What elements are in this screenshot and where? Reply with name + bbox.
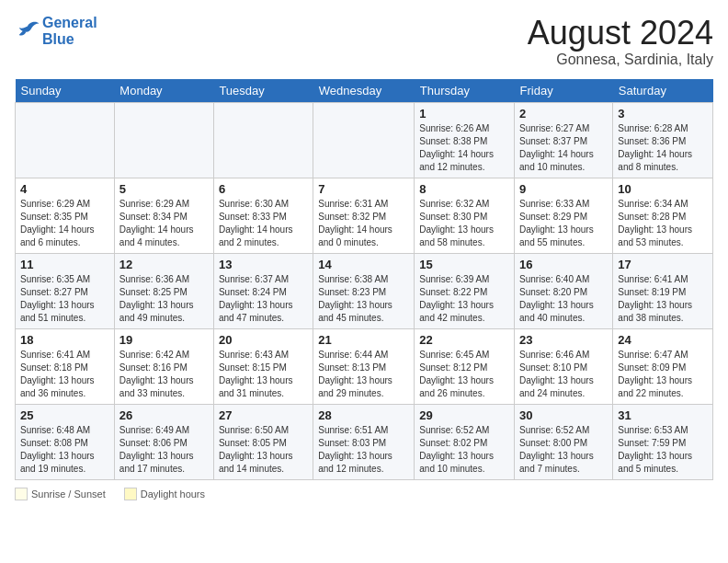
col-header-saturday: Saturday	[613, 79, 713, 103]
legend-sunrise: Sunrise / Sunset	[15, 488, 106, 500]
subtitle: Gonnesa, Sardinia, Italy	[528, 52, 713, 68]
legend: Sunrise / Sunset Daylight hours	[15, 488, 713, 500]
day-info: Sunrise: 6:26 AM Sunset: 8:38 PM Dayligh…	[419, 122, 509, 174]
calendar-cell: 6Sunrise: 6:30 AM Sunset: 8:33 PM Daylig…	[213, 178, 313, 253]
day-number: 4	[20, 182, 109, 196]
calendar-week-row: 11Sunrise: 6:35 AM Sunset: 8:27 PM Dayli…	[16, 253, 713, 328]
legend-daylight: Daylight hours	[124, 488, 205, 500]
day-number: 16	[519, 258, 608, 271]
day-number: 17	[618, 258, 708, 271]
calendar-table: SundayMondayTuesdayWednesdayThursdayFrid…	[15, 79, 713, 480]
col-header-thursday: Thursday	[415, 79, 515, 103]
col-header-monday: Monday	[114, 79, 213, 103]
calendar-cell: 1Sunrise: 6:26 AM Sunset: 8:38 PM Daylig…	[415, 102, 515, 178]
day-info: Sunrise: 6:51 AM Sunset: 8:03 PM Dayligh…	[318, 424, 409, 476]
calendar-cell: 5Sunrise: 6:29 AM Sunset: 8:34 PM Daylig…	[114, 178, 213, 253]
day-info: Sunrise: 6:38 AM Sunset: 8:23 PM Dayligh…	[318, 273, 409, 325]
day-number: 12	[119, 258, 209, 271]
calendar-cell: 13Sunrise: 6:37 AM Sunset: 8:24 PM Dayli…	[213, 253, 313, 328]
day-number: 21	[318, 333, 409, 347]
col-header-tuesday: Tuesday	[213, 79, 313, 103]
legend-sunrise-label: Sunrise / Sunset	[31, 488, 106, 500]
day-info: Sunrise: 6:40 AM Sunset: 8:20 PM Dayligh…	[519, 273, 608, 325]
calendar-cell: 26Sunrise: 6:49 AM Sunset: 8:06 PM Dayli…	[114, 404, 213, 479]
day-number: 23	[519, 333, 608, 347]
day-info: Sunrise: 6:45 AM Sunset: 8:12 PM Dayligh…	[419, 349, 509, 400]
day-info: Sunrise: 6:39 AM Sunset: 8:22 PM Dayligh…	[419, 273, 509, 325]
day-info: Sunrise: 6:32 AM Sunset: 8:30 PM Dayligh…	[419, 198, 509, 249]
day-info: Sunrise: 6:29 AM Sunset: 8:35 PM Dayligh…	[20, 198, 109, 249]
day-info: Sunrise: 6:28 AM Sunset: 8:36 PM Dayligh…	[618, 122, 708, 174]
calendar-cell: 12Sunrise: 6:36 AM Sunset: 8:25 PM Dayli…	[114, 253, 213, 328]
calendar-cell	[213, 102, 313, 178]
calendar-cell: 7Sunrise: 6:31 AM Sunset: 8:32 PM Daylig…	[313, 178, 415, 253]
calendar-week-row: 25Sunrise: 6:48 AM Sunset: 8:08 PM Dayli…	[16, 404, 713, 479]
day-info: Sunrise: 6:33 AM Sunset: 8:29 PM Dayligh…	[519, 198, 608, 249]
day-info: Sunrise: 6:47 AM Sunset: 8:09 PM Dayligh…	[618, 349, 708, 400]
day-info: Sunrise: 6:42 AM Sunset: 8:16 PM Dayligh…	[119, 349, 209, 400]
calendar-cell: 3Sunrise: 6:28 AM Sunset: 8:36 PM Daylig…	[613, 102, 713, 178]
logo-bird-icon	[15, 20, 40, 42]
day-number: 10	[618, 182, 708, 196]
day-number: 27	[219, 408, 308, 422]
day-number: 2	[519, 107, 608, 121]
calendar-cell: 2Sunrise: 6:27 AM Sunset: 8:37 PM Daylig…	[515, 102, 613, 178]
calendar-cell: 20Sunrise: 6:43 AM Sunset: 8:15 PM Dayli…	[213, 328, 313, 404]
day-info: Sunrise: 6:41 AM Sunset: 8:18 PM Dayligh…	[20, 349, 109, 400]
calendar-cell: 23Sunrise: 6:46 AM Sunset: 8:10 PM Dayli…	[515, 328, 613, 404]
day-info: Sunrise: 6:34 AM Sunset: 8:28 PM Dayligh…	[618, 198, 708, 249]
calendar-cell: 8Sunrise: 6:32 AM Sunset: 8:30 PM Daylig…	[415, 178, 515, 253]
calendar-week-row: 18Sunrise: 6:41 AM Sunset: 8:18 PM Dayli…	[16, 328, 713, 404]
calendar-cell: 9Sunrise: 6:33 AM Sunset: 8:29 PM Daylig…	[515, 178, 613, 253]
col-header-sunday: Sunday	[16, 79, 115, 103]
calendar-cell: 29Sunrise: 6:52 AM Sunset: 8:02 PM Dayli…	[415, 404, 515, 479]
calendar-week-row: 1Sunrise: 6:26 AM Sunset: 8:38 PM Daylig…	[16, 102, 713, 178]
day-number: 8	[419, 182, 509, 196]
day-info: Sunrise: 6:48 AM Sunset: 8:08 PM Dayligh…	[20, 424, 109, 476]
day-info: Sunrise: 6:52 AM Sunset: 8:00 PM Dayligh…	[519, 424, 608, 476]
calendar-cell: 11Sunrise: 6:35 AM Sunset: 8:27 PM Dayli…	[16, 253, 115, 328]
day-info: Sunrise: 6:30 AM Sunset: 8:33 PM Dayligh…	[219, 198, 308, 249]
logo-text: General Blue	[42, 15, 97, 47]
calendar-cell: 16Sunrise: 6:40 AM Sunset: 8:20 PM Dayli…	[515, 253, 613, 328]
day-number: 31	[618, 408, 708, 422]
day-number: 3	[618, 107, 708, 121]
calendar-cell	[16, 102, 115, 178]
day-info: Sunrise: 6:49 AM Sunset: 8:06 PM Dayligh…	[119, 424, 209, 476]
calendar-cell: 25Sunrise: 6:48 AM Sunset: 8:08 PM Dayli…	[16, 404, 115, 479]
calendar-cell: 18Sunrise: 6:41 AM Sunset: 8:18 PM Dayli…	[16, 328, 115, 404]
calendar-cell: 31Sunrise: 6:53 AM Sunset: 7:59 PM Dayli…	[613, 404, 713, 479]
day-info: Sunrise: 6:41 AM Sunset: 8:19 PM Dayligh…	[618, 273, 708, 325]
day-number: 1	[419, 107, 509, 121]
day-info: Sunrise: 6:53 AM Sunset: 7:59 PM Dayligh…	[618, 424, 708, 476]
calendar-header-row: SundayMondayTuesdayWednesdayThursdayFrid…	[16, 79, 713, 103]
page-header: General Blue August 2024 Gonnesa, Sardin…	[15, 15, 713, 68]
day-info: Sunrise: 6:31 AM Sunset: 8:32 PM Dayligh…	[318, 198, 409, 249]
calendar-cell: 15Sunrise: 6:39 AM Sunset: 8:22 PM Dayli…	[415, 253, 515, 328]
day-number: 5	[119, 182, 209, 196]
calendar-cell: 27Sunrise: 6:50 AM Sunset: 8:05 PM Dayli…	[213, 404, 313, 479]
calendar-week-row: 4Sunrise: 6:29 AM Sunset: 8:35 PM Daylig…	[16, 178, 713, 253]
calendar-cell: 21Sunrise: 6:44 AM Sunset: 8:13 PM Dayli…	[313, 328, 415, 404]
day-info: Sunrise: 6:27 AM Sunset: 8:37 PM Dayligh…	[519, 122, 608, 174]
col-header-wednesday: Wednesday	[313, 79, 415, 103]
day-info: Sunrise: 6:50 AM Sunset: 8:05 PM Dayligh…	[219, 424, 308, 476]
calendar-cell: 30Sunrise: 6:52 AM Sunset: 8:00 PM Dayli…	[515, 404, 613, 479]
day-number: 9	[519, 182, 608, 196]
calendar-cell	[114, 102, 213, 178]
day-number: 7	[318, 182, 409, 196]
day-info: Sunrise: 6:37 AM Sunset: 8:24 PM Dayligh…	[219, 273, 308, 325]
day-number: 30	[519, 408, 608, 422]
legend-sun-box	[15, 488, 28, 500]
day-number: 20	[219, 333, 308, 347]
legend-daylight-label: Daylight hours	[141, 488, 205, 500]
day-info: Sunrise: 6:36 AM Sunset: 8:25 PM Dayligh…	[119, 273, 209, 325]
day-info: Sunrise: 6:52 AM Sunset: 8:02 PM Dayligh…	[419, 424, 509, 476]
day-number: 19	[119, 333, 209, 347]
title-block: August 2024 Gonnesa, Sardinia, Italy	[528, 15, 713, 68]
calendar-cell	[313, 102, 415, 178]
legend-day-box	[124, 488, 137, 500]
calendar-cell: 17Sunrise: 6:41 AM Sunset: 8:19 PM Dayli…	[613, 253, 713, 328]
day-number: 22	[419, 333, 509, 347]
day-info: Sunrise: 6:44 AM Sunset: 8:13 PM Dayligh…	[318, 349, 409, 400]
